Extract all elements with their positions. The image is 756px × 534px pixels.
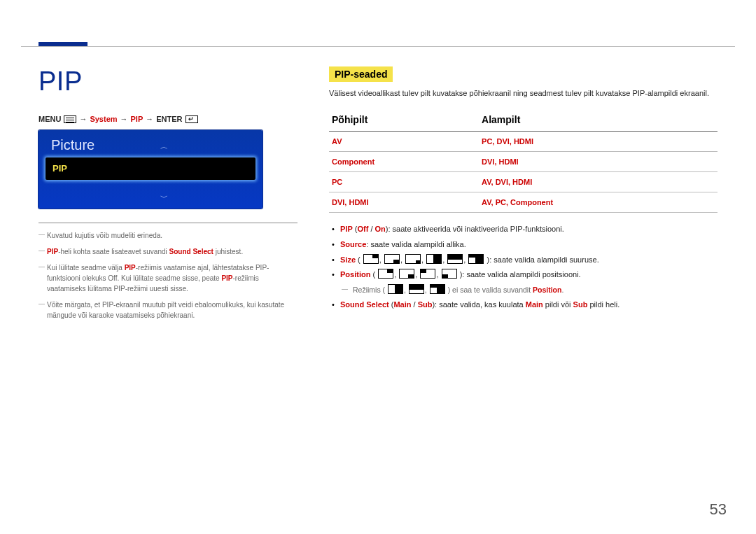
note-text: -heli kohta saate lisateavet suvandi [58, 248, 169, 255]
cell: AV [332, 137, 342, 146]
opt-red: Source [340, 240, 366, 248]
t: / [411, 300, 417, 309]
header-rule [21, 46, 735, 47]
t: . [561, 286, 564, 294]
cell: PC [332, 178, 342, 186]
t: / [368, 225, 374, 233]
note-text: Kuvatud kujutis võib mudeliti erineda. [47, 232, 162, 239]
opt-red: On [375, 225, 386, 233]
opt-red: Position [533, 286, 561, 294]
opt-red: PIP [340, 225, 353, 233]
cell: PC, DVI, HDMI [482, 137, 533, 146]
arrow-icon: → [79, 115, 87, 123]
table-header-main: Põhipilt [329, 110, 479, 132]
path-pip: PIP [131, 115, 144, 123]
list-item: PIP (Off / On): saate aktiveerida või in… [329, 223, 718, 237]
table-row: AVPC, DVI, HDMI [329, 132, 718, 152]
note-red: PIP [221, 274, 232, 282]
table-row: DVI, HDMIAV, PC, Component [329, 192, 718, 213]
menu-path: MENU → System → PIP → ENTER [38, 115, 298, 123]
cell: Component [332, 157, 374, 166]
table-header-sub: Alampilt [479, 110, 718, 132]
note-red: Sound Select [169, 248, 214, 255]
opt-red: Sound Select [340, 300, 389, 309]
pip-sources-table: Põhipilt Alampilt AVPC, DVI, HDMI Compon… [329, 110, 718, 213]
size-icon [363, 254, 379, 264]
opt-red: Sub [418, 300, 433, 309]
size-icon [447, 254, 463, 264]
note-red: PIP [125, 264, 136, 272]
enter-label: ENTER [156, 115, 182, 123]
footnote: Kuvatud kujutis võib mudeliti erineda. [38, 230, 298, 241]
cell: DVI, HDMI [482, 157, 519, 166]
t: ): saate valida alampildi suuruse. [487, 255, 599, 264]
t: pildi heli. [587, 300, 620, 309]
note-text: Võite märgata, et PIP-ekraanil muutub pi… [47, 301, 284, 319]
t: Režiimis ( [353, 286, 385, 294]
section-heading: PIP-seaded [329, 66, 393, 82]
footnote: Võite märgata, et PIP-ekraanil muutub pi… [38, 300, 298, 321]
list-item: Size ( , , , , , ): saate valida alampil… [329, 253, 718, 267]
t: : saate valida alampildi allika. [366, 240, 465, 248]
position-icon [442, 269, 457, 279]
opt-red: Main [393, 300, 411, 309]
osd-title: Picture [38, 130, 262, 156]
footnote: Kui lülitate seadme välja PIP-režiimis v… [38, 262, 298, 294]
path-system: System [90, 115, 117, 123]
opt-red: Position [340, 270, 370, 279]
arrow-icon: → [146, 115, 153, 123]
t: ( [370, 270, 375, 279]
enter-icon [186, 115, 198, 123]
footnote: PIP-heli kohta saate lisateavet suvandi … [38, 246, 298, 257]
arrow-icon: → [120, 115, 128, 123]
size-icon [468, 254, 484, 264]
position-icon [420, 269, 435, 279]
opt-red: Size [340, 255, 356, 264]
mode-icon [388, 284, 403, 294]
note-red: PIP [47, 248, 58, 255]
left-column: PIP MENU → System → PIP → ENTER Picture … [38, 66, 298, 326]
cell: AV, DVI, HDMI [482, 178, 532, 186]
t: ( [356, 255, 360, 264]
page-number: 53 [710, 500, 727, 519]
position-icon [399, 269, 414, 279]
opt-red: Main [526, 300, 543, 309]
note-text: Kui lülitate seadme välja [47, 264, 125, 272]
mode-icon [430, 284, 445, 294]
menu-label: MENU [38, 115, 61, 123]
section-intro: Välisest videoallikast tulev pilt kuvata… [329, 89, 718, 97]
osd-item-selected: PIP [46, 157, 255, 180]
position-icon [378, 269, 393, 279]
chevron-down-icon: ﹀ [160, 192, 168, 203]
size-icon [405, 254, 421, 264]
options-list: PIP (Off / On): saate aktiveerida või in… [329, 223, 718, 312]
list-item: Position ( , , , ): saate valida alampil… [329, 268, 718, 282]
t: ): saate aktiveerida või inaktiveerida P… [386, 225, 564, 233]
mode-icon [409, 284, 424, 294]
right-column: PIP-seaded Välisest videoallikast tulev … [329, 66, 718, 326]
list-item: Source: saate valida alampildi allika. [329, 238, 718, 252]
note-text: juhistest. [214, 248, 243, 255]
osd-preview: Picture ︿ PIP ﹀ [38, 130, 262, 209]
list-item: Sound Select (Main / Sub): saate valida,… [329, 298, 718, 312]
chevron-up-icon: ︿ [160, 141, 168, 152]
size-icon [384, 254, 400, 264]
t: ) ei saa te valida suvandit [448, 286, 533, 294]
page-title: PIP [38, 66, 298, 97]
opt-red: Off [357, 225, 368, 233]
table-row: PCAV, DVI, HDMI [329, 172, 718, 192]
cell: AV, PC, Component [482, 198, 553, 206]
table-row: ComponentDVI, HDMI [329, 152, 718, 172]
separator [38, 223, 298, 223]
opt-red: Sub [573, 300, 588, 309]
cell: DVI, HDMI [332, 198, 369, 206]
t: pildi või [543, 300, 573, 309]
list-subitem: Režiimis ( , , ) ei saa te valida suvand… [329, 283, 718, 297]
size-icon [426, 254, 442, 264]
menu-icon [64, 115, 76, 123]
t: ): saate valida alampildi positsiooni. [460, 270, 581, 279]
t: ): saate valida, kas kuulata [432, 300, 525, 309]
